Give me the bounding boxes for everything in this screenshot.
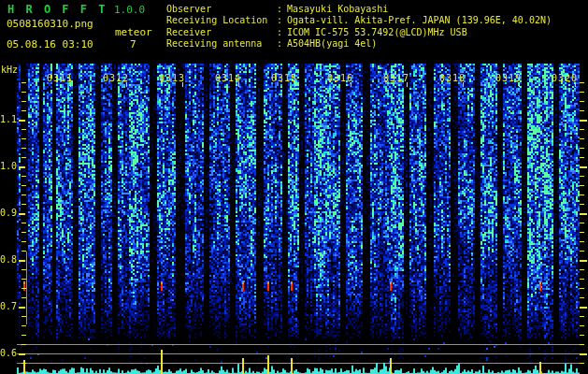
x-axis-tick-label: 0315	[270, 73, 298, 83]
info-colon: :	[277, 4, 287, 15]
filename-label: 0508160310.png	[7, 18, 93, 30]
app-title: H R O F F T	[7, 3, 108, 16]
app-version: 1.0.0	[114, 4, 145, 16]
x-axis-tick-label: 0317	[382, 73, 410, 83]
x-axis-tick-label: 0319	[495, 73, 523, 83]
mode-label: meteor	[115, 26, 152, 38]
info-value: ICOM IC-575 53.7492(@LCD)MHz USB	[287, 27, 467, 37]
station-info: Observer:Masayuki Kobayashi Receiving Lo…	[166, 4, 552, 50]
x-axis-tick-label: 0314	[214, 73, 242, 83]
y-axis-tick-label: 0.6	[0, 348, 17, 358]
y-axis-tick-label: 0.7	[0, 301, 17, 311]
info-row: Receiver:ICOM IC-575 53.7492(@LCD)MHz US…	[166, 27, 552, 38]
info-value: Ogata-vill. Akita-Pref. JAPAN (139.96E, …	[287, 15, 552, 25]
info-label: Receiving Location	[166, 15, 277, 26]
x-axis-tick-label: 0312	[102, 73, 130, 83]
x-axis-tick-label: 0316	[326, 73, 354, 83]
info-value: Masayuki Kobayashi	[287, 4, 388, 14]
info-row: Receiving Location:Ogata-vill. Akita-Pre…	[166, 15, 552, 26]
x-axis-tick-label: 0318	[438, 73, 466, 83]
freq-axis-unit: kHz	[1, 65, 18, 75]
x-axis-tick-label: 0313	[158, 73, 186, 83]
info-colon: :	[277, 15, 287, 26]
info-colon: :	[277, 27, 287, 38]
info-label: Receiving antenna	[166, 38, 277, 50]
y-axis-tick-label: 1.0	[0, 161, 17, 171]
datetime-label: 05.08.16 03:10	[7, 38, 93, 50]
hrofft-window: { "window": {"title": "HROFFT spectrogra…	[0, 0, 588, 374]
y-axis-tick-label: 1.1	[0, 114, 17, 124]
info-label: Receiver	[166, 27, 277, 38]
info-row: Observer:Masayuki Kobayashi	[166, 4, 552, 15]
x-axis-tick-label: 0320	[551, 73, 579, 83]
meteor-count: 7	[130, 38, 136, 50]
info-colon: :	[277, 38, 287, 50]
spectrogram-canvas	[0, 0, 588, 374]
info-value: A504HB(yagi 4el)	[287, 38, 377, 49]
info-label: Observer	[166, 4, 277, 15]
y-axis-tick-label: 0.9	[0, 208, 17, 218]
x-axis-tick-label: 0311	[46, 73, 74, 83]
info-row: Receiving antenna:A504HB(yagi 4el)	[166, 38, 552, 50]
y-axis-tick-label: 0.8	[0, 254, 17, 265]
